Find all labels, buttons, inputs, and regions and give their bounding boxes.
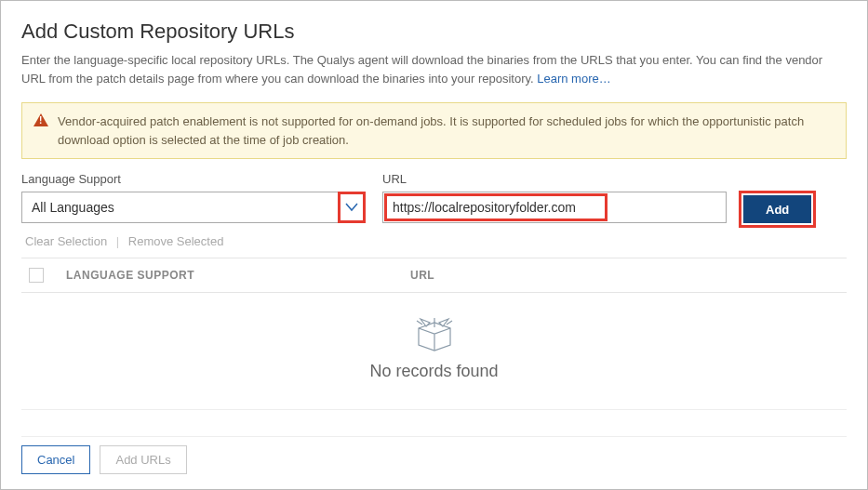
select-all-checkbox[interactable] (29, 268, 44, 283)
subtitle-text: Enter the language-specific local reposi… (21, 53, 822, 86)
language-label: Language Support (21, 172, 366, 186)
add-button[interactable]: Add (743, 195, 811, 223)
url-input-wrap (382, 192, 727, 223)
input-row: Language Support All Languages URL Add (21, 172, 847, 223)
cancel-button[interactable]: Cancel (21, 445, 90, 474)
dialog-subtitle: Enter the language-specific local reposi… (21, 51, 847, 87)
warning-banner: Vendor-acquired patch enablement is not … (21, 102, 847, 159)
column-header-language: LANGUAGE SUPPORT (66, 269, 410, 282)
actions-separator: | (116, 234, 119, 248)
language-select-wrap: All Languages (21, 192, 366, 223)
language-field-group: Language Support All Languages (21, 172, 366, 223)
dialog-title: Add Custom Repository URLs (21, 20, 847, 44)
url-label: URL (382, 172, 727, 186)
warning-icon (33, 113, 48, 126)
add-button-wrap: Add (743, 195, 811, 223)
empty-state-text: No records found (369, 362, 498, 381)
clear-selection-button[interactable]: Clear Selection (25, 234, 107, 248)
empty-state: No records found (21, 293, 847, 410)
remove-selected-button[interactable]: Remove Selected (128, 234, 224, 248)
add-urls-button[interactable]: Add URLs (100, 445, 186, 474)
table-actions: Clear Selection | Remove Selected (25, 234, 847, 248)
table-header-row: LANGUAGE SUPPORT URL (21, 258, 847, 293)
footer-divider (21, 436, 847, 437)
url-input[interactable] (382, 192, 727, 223)
empty-box-icon (413, 315, 456, 352)
dialog-footer: Cancel Add URLs (21, 445, 847, 474)
language-select[interactable]: All Languages (21, 192, 366, 223)
learn-more-link[interactable]: Learn more… (537, 72, 610, 86)
warning-text: Vendor-acquired patch enablement is not … (58, 113, 835, 149)
url-field-group: URL (382, 172, 727, 223)
column-header-url: URL (410, 269, 434, 282)
